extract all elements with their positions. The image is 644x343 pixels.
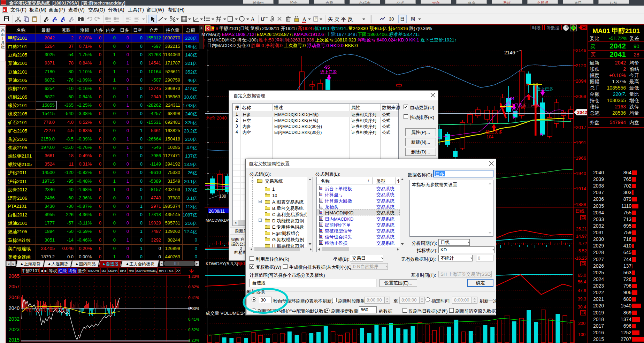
svg-text:39.3: 39.3 — [578, 297, 586, 302]
svg-text:25.21: 25.21 — [576, 227, 587, 231]
svg-text:红绿: 红绿 — [58, 268, 67, 273]
svg-text:A: A — [251, 16, 255, 23]
svg-text:MACDKDWday: MACDKDWday — [136, 269, 158, 273]
svg-text:2057: 2057 — [9, 284, 20, 289]
svg-text:2017: 2017 — [576, 125, 586, 130]
svg-text:-104: -104 — [506, 96, 514, 101]
svg-text:14.97: 14.97 — [576, 234, 587, 239]
svg-text:188: 188 — [219, 194, 226, 199]
svg-text:2042: 2042 — [577, 110, 587, 115]
svg-text:均价 2040: 均价 2040 — [206, 115, 227, 121]
svg-text:56.4: 56.4 — [578, 280, 586, 284]
svg-text:KDWDAY(5,3,3): KDWDAY(5,3,3) — [206, 261, 238, 266]
svg-text:MA: MA — [101, 269, 106, 273]
svg-text:日: 日 — [400, 16, 405, 22]
svg-text:-16.25: -16.25 — [575, 256, 587, 261]
svg-text:BOLL+MA: BOLL+MA — [159, 269, 174, 273]
svg-text:近上已多: 近上已多 — [537, 86, 553, 91]
svg-text:►: ► — [44, 268, 48, 273]
svg-text:近上叉多: 近上叉多 — [486, 130, 503, 135]
svg-text:MINVOL: MINVOL — [88, 269, 100, 273]
svg-text:量价: 量价 — [78, 268, 86, 273]
svg-text:-95: -95 — [324, 65, 330, 70]
svg-text:2065: 2065 — [9, 273, 20, 279]
svg-text:-5.52: -5.52 — [577, 249, 587, 253]
svg-text:47.9: 47.9 — [578, 288, 586, 293]
svg-text:2146: 2146 — [504, 50, 515, 55]
svg-text:MACD: MACD — [108, 269, 118, 273]
svg-text:2015: 2015 — [9, 337, 20, 343]
svg-text:4.72: 4.72 — [578, 241, 587, 246]
svg-text:U: U — [261, 16, 264, 22]
svg-text:96: 96 — [521, 105, 526, 110]
svg-text:1914: 1914 — [576, 186, 586, 191]
svg-text:0.82%: 0.82% — [188, 328, 200, 332]
svg-text:200: 200 — [578, 321, 585, 326]
svg-text:65.0: 65.0 — [578, 273, 586, 278]
svg-text:1966: 1966 — [576, 155, 586, 161]
svg-text:◄: ◄ — [40, 268, 44, 273]
svg-text:2069: 2069 — [576, 94, 586, 99]
svg-text:KDJ: KDJ — [120, 269, 126, 273]
svg-text:1940: 1940 — [576, 171, 586, 176]
svg-text:2094: 2094 — [576, 78, 586, 84]
svg-text:2032: 2032 — [9, 316, 20, 322]
svg-text:等权: 等权 — [49, 268, 57, 273]
svg-text:0.82%: 0.82% — [188, 285, 200, 289]
svg-text:2023: 2023 — [9, 327, 20, 332]
svg-text:甲醇2101: 甲醇2101 — [22, 268, 39, 273]
svg-text:均价: 均价 — [68, 268, 77, 273]
svg-text:A: A — [302, 16, 306, 22]
svg-text:周: 周 — [411, 16, 415, 22]
svg-text:2048: 2048 — [9, 295, 20, 300]
svg-text:20/08/11: 20/08/11 — [209, 209, 225, 214]
svg-text:2040: 2040 — [9, 305, 20, 311]
svg-text:日线: 日线 — [575, 208, 584, 214]
svg-text:均价 2040 量周 140: 均价 2040 量周 140 — [23, 307, 69, 313]
svg-text:1.23%: 1.23% — [188, 274, 200, 279]
svg-text:买 卖 平 反: 买 卖 平 反 — [328, 16, 353, 22]
svg-text:>>: >> — [176, 269, 180, 273]
svg-text:0.41%: 0.41% — [188, 317, 200, 321]
svg-text:1888: 1888 — [576, 202, 586, 207]
svg-text:30: 30 — [389, 16, 394, 22]
svg-text:100: 100 — [578, 332, 585, 337]
svg-text:RSI: RSI — [129, 269, 134, 273]
svg-text:0.41%: 0.41% — [188, 296, 200, 300]
svg-text:2146: 2146 — [576, 49, 586, 53]
svg-text:近上已盈: 近上已盈 — [320, 70, 337, 75]
svg-text:2120: 2120 — [576, 63, 586, 68]
svg-text:30.4: 30.4 — [578, 305, 586, 310]
svg-text:1991: 1991 — [576, 140, 586, 145]
svg-text:MACDWKDAY: MACDWKDAY — [206, 218, 232, 222]
svg-text:104: 104 — [486, 135, 493, 139]
